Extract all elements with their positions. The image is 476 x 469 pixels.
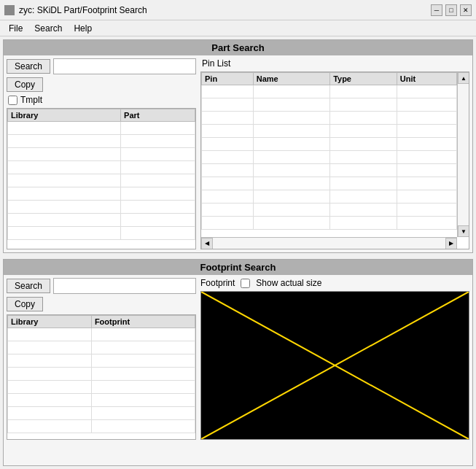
tmplt-checkbox[interactable] — [8, 96, 17, 105]
scrollbar-up-btn[interactable]: ▲ — [458, 72, 469, 84]
footprint-preview — [200, 291, 469, 440]
fp-search-input[interactable] — [53, 278, 196, 294]
table-row[interactable] — [8, 214, 195, 227]
pin-col-name: Name — [253, 73, 329, 85]
part-col-library: Library — [8, 109, 121, 122]
table-row[interactable] — [202, 190, 457, 204]
scrollbar-left-btn[interactable]: ◀ — [201, 238, 213, 249]
part-right-panel: Pin List Pin Name Type Unit — [200, 58, 469, 249]
pin-table-wrapper: Pin Name Type Unit — [200, 71, 469, 249]
table-row[interactable] — [202, 177, 457, 190]
footprint-left-panel: Search Copy Library Footprint — [7, 278, 196, 440]
part-search-row: Search — [7, 58, 196, 74]
table-row[interactable] — [8, 227, 195, 240]
table-row[interactable] — [8, 407, 195, 420]
table-row[interactable] — [202, 164, 457, 177]
fp-search-row: Search — [7, 278, 196, 294]
tmplt-row: Tmplt — [7, 95, 196, 105]
table-row[interactable] — [202, 138, 457, 151]
table-row[interactable] — [8, 135, 195, 148]
part-copy-row: Copy — [7, 77, 196, 92]
pin-table-scrollbar-right[interactable]: ▲ ▼ — [457, 72, 469, 237]
menu-search[interactable]: Search — [28, 22, 68, 35]
fp-col-library: Library — [8, 316, 92, 328]
footprint-search-section: Footprint Search Search Copy Library — [3, 259, 473, 466]
pin-list-label: Pin List — [200, 58, 469, 69]
pin-table-scrollbar-bottom[interactable]: ◀ ▶ — [201, 237, 457, 249]
table-row[interactable] — [8, 394, 195, 407]
part-left-panel: Search Copy Tmplt Library Part — [7, 58, 196, 249]
part-col-part: Part — [121, 109, 195, 122]
title-bar: zyc: SKiDL Part/Footprint Search ─ □ ✕ — [0, 0, 476, 20]
footprint-search-header: Footprint Search — [4, 260, 472, 275]
table-row[interactable] — [202, 85, 457, 98]
menu-help[interactable]: Help — [68, 22, 98, 35]
table-row[interactable] — [8, 201, 195, 214]
window-title: zyc: SKiDL Part/Footprint Search — [19, 5, 147, 15]
table-row[interactable] — [8, 354, 195, 368]
table-row[interactable] — [8, 174, 195, 187]
maximize-button[interactable]: □ — [445, 4, 457, 16]
table-row[interactable] — [8, 328, 195, 341]
close-button[interactable]: ✕ — [460, 4, 472, 16]
footprint-search-body: Search Copy Library Footprint — [4, 275, 472, 443]
fp-col-footprint: Footprint — [91, 316, 195, 328]
table-row[interactable] — [202, 217, 457, 230]
pin-col-unit: Unit — [397, 73, 456, 85]
part-search-button[interactable]: Search — [7, 59, 50, 74]
footprint-label: Footprint — [200, 278, 235, 288]
part-search-input[interactable] — [53, 58, 196, 74]
app-icon — [4, 5, 15, 15]
table-row[interactable] — [202, 204, 457, 217]
pin-col-type: Type — [330, 73, 397, 85]
part-copy-button[interactable]: Copy — [7, 77, 43, 92]
table-row[interactable] — [8, 122, 195, 135]
tmplt-label: Tmplt — [20, 95, 42, 105]
minimize-button[interactable]: ─ — [431, 4, 442, 16]
menu-file[interactable]: File — [3, 22, 28, 35]
part-table-container: Library Part — [7, 108, 196, 249]
scrollbar-down-btn[interactable]: ▼ — [458, 225, 469, 237]
fp-search-button[interactable]: Search — [7, 279, 50, 293]
main-content: Part Search Search Copy Tmplt — [0, 36, 476, 469]
part-table: Library Part — [7, 109, 195, 240]
footprint-svg — [201, 292, 469, 439]
show-actual-label: Show actual size — [256, 278, 321, 288]
table-row[interactable] — [202, 151, 457, 164]
window-controls[interactable]: ─ □ ✕ — [431, 4, 472, 16]
part-search-section: Part Search Search Copy Tmplt — [3, 39, 473, 253]
fp-table-container: Library Footprint — [7, 314, 196, 440]
title-bar-left: zyc: SKiDL Part/Footprint Search — [4, 5, 147, 15]
part-search-header: Part Search — [4, 40, 472, 55]
fp-copy-row: Copy — [7, 297, 196, 311]
pin-table: Pin Name Type Unit — [201, 72, 457, 230]
table-row[interactable] — [202, 98, 457, 112]
table-row[interactable] — [8, 381, 195, 394]
table-row[interactable] — [202, 112, 457, 125]
table-row[interactable] — [8, 420, 195, 433]
fp-table: Library Footprint — [7, 315, 195, 433]
scrollbar-h-track — [213, 238, 445, 249]
table-row[interactable] — [8, 341, 195, 354]
table-row[interactable] — [8, 148, 195, 161]
fp-copy-button[interactable]: Copy — [7, 297, 43, 311]
show-actual-checkbox[interactable] — [241, 279, 250, 288]
footprint-header-row: Footprint Show actual size — [200, 278, 469, 288]
footprint-right-panel: Footprint Show actual size — [200, 278, 469, 440]
table-row[interactable] — [8, 187, 195, 201]
table-row[interactable] — [8, 161, 195, 174]
table-row[interactable] — [8, 368, 195, 381]
scrollbar-track — [458, 84, 469, 225]
pin-col-pin: Pin — [202, 73, 254, 85]
table-row[interactable] — [202, 125, 457, 138]
part-search-body: Search Copy Tmplt Library Part — [4, 55, 472, 252]
scrollbar-right-btn[interactable]: ▶ — [445, 238, 457, 249]
pin-table-inner: Pin Name Type Unit — [201, 72, 457, 237]
menu-bar: File Search Help — [0, 20, 476, 36]
